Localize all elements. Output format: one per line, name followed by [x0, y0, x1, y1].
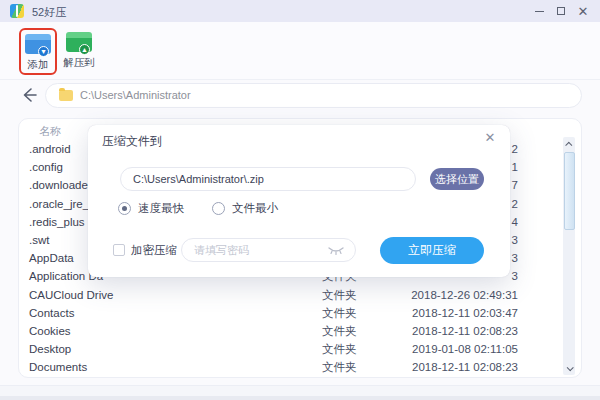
file-name: AppData	[29, 249, 74, 267]
compress-now-button[interactable]: 立即压缩	[380, 237, 484, 264]
file-date: 2018-12-26 02:49:31	[411, 286, 518, 304]
arrow-left-icon	[20, 86, 38, 104]
scrollbar[interactable]	[563, 137, 575, 375]
address-bar[interactable]: C:\Users\Administrator	[45, 83, 582, 108]
file-date: 3	[512, 267, 518, 285]
password-input[interactable]	[194, 241, 319, 259]
encrypt-label: 加密压缩	[131, 243, 177, 258]
encrypt-checkbox[interactable]	[113, 244, 125, 256]
table-row[interactable]: Contacts文件夹2018-12-11 02:03:47	[19, 304, 583, 322]
file-date: 2	[512, 195, 518, 213]
table-row[interactable]: Cookies文件夹2018-12-11 02:08:23	[19, 322, 583, 340]
file-date: 3	[512, 249, 518, 267]
file-name: .redis_plus	[29, 213, 85, 231]
file-name: Contacts	[29, 304, 74, 322]
add-button[interactable]: ▼ 添加	[19, 28, 57, 75]
compress-dialog: 压缩文件到 ✕ 选择位置 速度最快 文件最小 加密压缩 立即压缩	[88, 125, 510, 277]
file-date: 2	[512, 140, 518, 158]
file-date: 2018-12-11 02:08:23	[412, 322, 518, 340]
back-button[interactable]	[20, 86, 38, 104]
file-name: .swt	[29, 231, 49, 249]
file-name: .android	[29, 140, 71, 158]
file-date: 2018-12-11 02:08:23	[412, 358, 518, 376]
arrow-down-icon: ▼	[38, 46, 49, 57]
archive-extract-icon: ▲	[66, 32, 92, 52]
file-date: 2019-01-08 02:11:05	[412, 340, 518, 358]
file-date: 1	[512, 158, 518, 176]
table-row[interactable]: CAUCloud Drive文件夹2018-12-26 02:49:31	[19, 286, 583, 304]
destination-path-input[interactable]	[120, 167, 416, 191]
file-type: 文件夹	[322, 286, 357, 304]
dialog-close-button[interactable]: ✕	[482, 130, 498, 146]
file-name: Documents	[29, 358, 87, 376]
window-title: 52好压	[32, 5, 66, 20]
maximize-icon	[557, 7, 565, 15]
status-bar	[0, 385, 600, 400]
file-name: Cookies	[29, 322, 71, 340]
scrollbar-thumb[interactable]	[564, 152, 575, 230]
app-logo-icon	[10, 4, 24, 18]
radio-fastest-speed[interactable]: 速度最快	[118, 201, 184, 216]
extract-to-button[interactable]: ▲ 解压到	[60, 28, 98, 75]
add-button-label: 添加	[28, 58, 49, 72]
file-type: 文件夹	[322, 322, 357, 340]
chevron-down-icon	[566, 364, 573, 371]
radio-smallest-file[interactable]: 文件最小	[212, 201, 278, 216]
extract-button-label: 解压到	[63, 56, 95, 70]
title-bar: 52好压 ✕	[0, 0, 600, 22]
file-name: .config	[29, 158, 63, 176]
radio-icon	[212, 202, 225, 215]
file-name: Desktop	[29, 340, 71, 358]
app-window: 52好压 ✕ ▼ 添加 ▲ 解压到 C:\Us	[0, 0, 600, 400]
scroll-down-button[interactable]	[563, 361, 575, 375]
file-date: 2018-12-11 02:03:47	[412, 304, 518, 322]
folder-icon	[59, 90, 73, 101]
eye-closed-icon[interactable]	[327, 246, 345, 256]
minimize-icon	[535, 11, 544, 12]
file-name: CAUCloud Drive	[29, 286, 113, 304]
radio-fastest-label: 速度最快	[138, 201, 184, 216]
radio-smallest-label: 文件最小	[232, 201, 278, 216]
arrow-up-icon: ▲	[79, 44, 90, 55]
table-row[interactable]: Documents文件夹2018-12-11 02:08:23	[19, 358, 583, 376]
file-type: 文件夹	[322, 340, 357, 358]
window-controls: ✕	[528, 0, 594, 22]
dialog-title: 压缩文件到	[102, 133, 162, 150]
file-date: 4	[512, 213, 518, 231]
archive-add-icon: ▼	[25, 34, 51, 54]
radio-icon	[118, 202, 131, 215]
current-path: C:\Users\Administrator	[80, 89, 191, 101]
file-type: 文件夹	[322, 304, 357, 322]
file-date: 7	[512, 176, 518, 194]
minimize-button[interactable]	[528, 0, 550, 22]
column-header-name[interactable]: 名称	[39, 124, 61, 139]
file-date: 3	[512, 231, 518, 249]
close-button[interactable]: ✕	[572, 0, 594, 22]
maximize-button[interactable]	[550, 0, 572, 22]
choose-location-button[interactable]: 选择位置	[430, 168, 484, 190]
compression-options: 速度最快 文件最小	[118, 201, 278, 216]
file-name: .downloader	[29, 176, 92, 194]
password-field[interactable]	[181, 238, 356, 262]
chevron-up-icon	[565, 141, 572, 148]
table-row[interactable]: Desktop文件夹2019-01-08 02:11:05	[19, 340, 583, 358]
navigation-bar: C:\Users\Administrator	[0, 80, 600, 116]
scroll-up-button[interactable]	[563, 137, 575, 151]
file-type: 文件夹	[322, 358, 357, 376]
toolbar: ▼ 添加 ▲ 解压到	[0, 22, 600, 80]
